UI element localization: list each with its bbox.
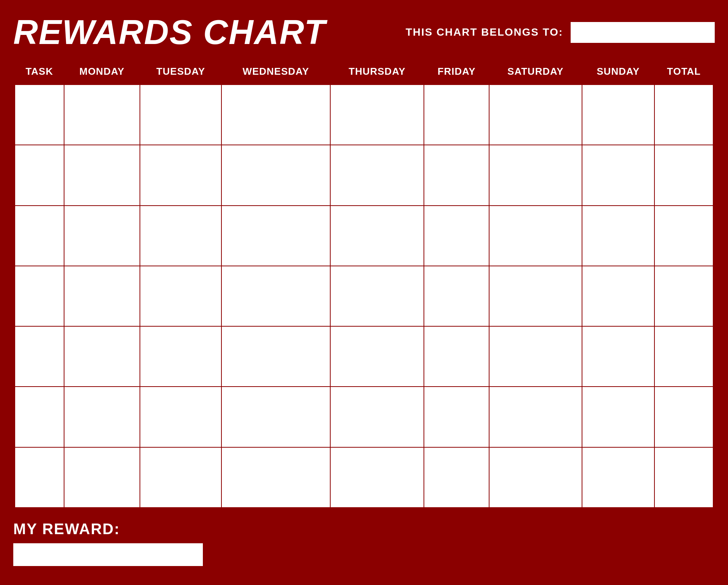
reward-input[interactable] — [13, 543, 203, 566]
task-cell[interactable] — [15, 85, 64, 145]
table-row — [15, 206, 713, 266]
tuesday-cell[interactable] — [140, 266, 221, 326]
col-thursday: THURSDAY — [330, 58, 424, 85]
friday-cell[interactable] — [424, 85, 489, 145]
thursday-cell[interactable] — [330, 266, 424, 326]
table-row — [15, 326, 713, 387]
wednesday-cell[interactable] — [221, 145, 330, 205]
sunday-cell[interactable] — [582, 145, 655, 205]
belongs-to-section: THIS CHART BELONGS TO: — [406, 22, 715, 43]
col-total: tOTAL — [654, 58, 713, 85]
reward-label: MY REWARD: — [13, 521, 715, 538]
table-row — [15, 387, 713, 447]
thursday-cell[interactable] — [330, 145, 424, 205]
table-row — [15, 145, 713, 205]
wednesday-cell[interactable] — [221, 85, 330, 145]
task-cell[interactable] — [15, 326, 64, 387]
monday-cell[interactable] — [64, 206, 140, 266]
saturday-cell[interactable] — [489, 447, 582, 508]
thursday-cell[interactable] — [330, 206, 424, 266]
task-cell[interactable] — [15, 266, 64, 326]
tuesday-cell[interactable] — [140, 387, 221, 447]
monday-cell[interactable] — [64, 145, 140, 205]
table-header-row: TASK MONDAY TUESDAY WEDNESDAY THURSDAY F… — [15, 58, 713, 85]
col-wednesday: WEDNESDAY — [221, 58, 330, 85]
thursday-cell[interactable] — [330, 387, 424, 447]
col-friday: FRIDAY — [424, 58, 489, 85]
wednesday-cell[interactable] — [221, 266, 330, 326]
monday-cell[interactable] — [64, 387, 140, 447]
saturday-cell[interactable] — [489, 326, 582, 387]
total-cell[interactable] — [654, 266, 713, 326]
saturday-cell[interactable] — [489, 85, 582, 145]
rewards-table: TASK MONDAY TUESDAY WEDNESDAY THURSDAY F… — [14, 58, 714, 508]
saturday-cell[interactable] — [489, 145, 582, 205]
sunday-cell[interactable] — [582, 326, 655, 387]
table-row — [15, 266, 713, 326]
saturday-cell[interactable] — [489, 387, 582, 447]
saturday-cell[interactable] — [489, 206, 582, 266]
total-cell[interactable] — [654, 326, 713, 387]
wednesday-cell[interactable] — [221, 326, 330, 387]
footer: MY REWARD: — [13, 509, 715, 570]
monday-cell[interactable] — [64, 447, 140, 508]
tuesday-cell[interactable] — [140, 206, 221, 266]
thursday-cell[interactable] — [330, 326, 424, 387]
total-cell[interactable] — [654, 85, 713, 145]
tuesday-cell[interactable] — [140, 447, 221, 508]
task-cell[interactable] — [15, 145, 64, 205]
table-row — [15, 85, 713, 145]
page-title: REWARDS CHART — [13, 15, 326, 49]
task-cell[interactable] — [15, 387, 64, 447]
belongs-to-input[interactable] — [571, 22, 715, 43]
monday-cell[interactable] — [64, 85, 140, 145]
friday-cell[interactable] — [424, 447, 489, 508]
tuesday-cell[interactable] — [140, 85, 221, 145]
sunday-cell[interactable] — [582, 85, 655, 145]
col-monday: MONDAY — [64, 58, 140, 85]
wednesday-cell[interactable] — [221, 206, 330, 266]
friday-cell[interactable] — [424, 387, 489, 447]
page-container: REWARDS CHART THIS CHART BELONGS TO: TAS… — [0, 0, 728, 585]
total-cell[interactable] — [654, 447, 713, 508]
task-cell[interactable] — [15, 206, 64, 266]
task-cell[interactable] — [15, 447, 64, 508]
friday-cell[interactable] — [424, 206, 489, 266]
sunday-cell[interactable] — [582, 266, 655, 326]
sunday-cell[interactable] — [582, 447, 655, 508]
thursday-cell[interactable] — [330, 447, 424, 508]
total-cell[interactable] — [654, 387, 713, 447]
col-task: TASK — [15, 58, 64, 85]
friday-cell[interactable] — [424, 326, 489, 387]
sunday-cell[interactable] — [582, 387, 655, 447]
saturday-cell[interactable] — [489, 266, 582, 326]
monday-cell[interactable] — [64, 326, 140, 387]
friday-cell[interactable] — [424, 145, 489, 205]
belongs-to-label: THIS CHART BELONGS TO: — [406, 26, 563, 38]
header: REWARDS CHART THIS CHART BELONGS TO: — [13, 11, 715, 57]
thursday-cell[interactable] — [330, 85, 424, 145]
col-saturday: SATURDAY — [489, 58, 582, 85]
chart-table-container: TASK MONDAY TUESDAY WEDNESDAY THURSDAY F… — [13, 57, 715, 509]
total-cell[interactable] — [654, 145, 713, 205]
table-row — [15, 447, 713, 508]
wednesday-cell[interactable] — [221, 387, 330, 447]
col-sunday: SUNDAY — [582, 58, 655, 85]
sunday-cell[interactable] — [582, 206, 655, 266]
tuesday-cell[interactable] — [140, 145, 221, 205]
total-cell[interactable] — [654, 206, 713, 266]
col-tuesday: TUESDAY — [140, 58, 221, 85]
tuesday-cell[interactable] — [140, 326, 221, 387]
wednesday-cell[interactable] — [221, 447, 330, 508]
monday-cell[interactable] — [64, 266, 140, 326]
friday-cell[interactable] — [424, 266, 489, 326]
